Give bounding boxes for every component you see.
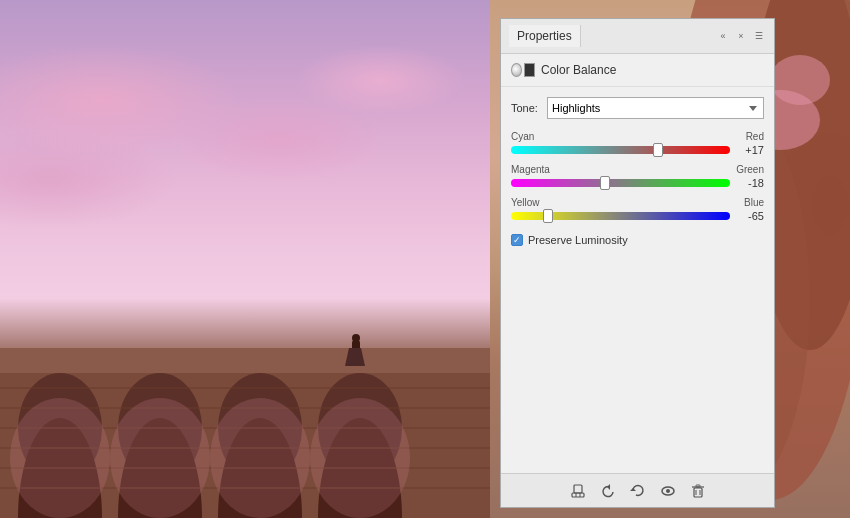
- eye-svg: [660, 483, 676, 499]
- reset-svg: [630, 483, 646, 499]
- check-icon: ✓: [513, 236, 521, 245]
- sliders-section: Cyan Red +17 Magenta Green: [511, 131, 764, 222]
- tone-row: Tone: Shadows Midtones Highlights: [511, 97, 764, 119]
- red-label: Red: [746, 131, 764, 142]
- magenta-green-thumb[interactable]: [600, 176, 610, 190]
- magenta-green-row: Magenta Green -18: [511, 164, 764, 189]
- color-balance-icon: [511, 62, 535, 78]
- panel-header: Properties « × ☰: [501, 19, 774, 54]
- svg-rect-37: [694, 488, 702, 497]
- magenta-green-labels: Magenta Green: [511, 164, 764, 175]
- clip-icon[interactable]: [569, 482, 587, 500]
- tone-label: Tone:: [511, 102, 541, 114]
- bg-clouds: [0, 20, 490, 320]
- svg-marker-34: [630, 488, 636, 491]
- menu-button[interactable]: ☰: [752, 29, 766, 43]
- collapse-panel-button[interactable]: «: [716, 29, 730, 43]
- yellow-blue-value: -65: [736, 210, 764, 222]
- magenta-label: Magenta: [511, 164, 550, 175]
- cyan-red-value: +17: [736, 144, 764, 156]
- icon-square: [524, 63, 535, 77]
- yellow-blue-row: Yellow Blue -65: [511, 197, 764, 222]
- svg-rect-41: [696, 485, 700, 487]
- reset-icon[interactable]: [629, 482, 647, 500]
- bridge-svg: [0, 318, 490, 518]
- cyan-red-labels: Cyan Red: [511, 131, 764, 142]
- trash-svg: [690, 483, 706, 499]
- color-balance-title: Color Balance: [541, 63, 616, 77]
- panel-content: Tone: Shadows Midtones Highlights Cyan R…: [501, 87, 774, 473]
- close-panel-button[interactable]: ×: [734, 29, 748, 43]
- preserve-luminosity-row: ✓ Preserve Luminosity: [511, 234, 764, 246]
- cyan-red-row: Cyan Red +17: [511, 131, 764, 156]
- cyan-label: Cyan: [511, 131, 534, 142]
- svg-rect-9: [0, 348, 490, 373]
- menu-icon: ☰: [755, 31, 763, 41]
- svg-rect-29: [572, 493, 584, 497]
- svg-rect-30: [574, 485, 582, 493]
- magenta-green-track-container: -18: [511, 177, 764, 189]
- properties-panel: Properties « × ☰ Color Balance Tone: Sha…: [500, 18, 775, 508]
- svg-point-18: [210, 398, 310, 518]
- magenta-green-value: -18: [736, 177, 764, 189]
- preserve-luminosity-label: Preserve Luminosity: [528, 234, 628, 246]
- blue-label: Blue: [744, 197, 764, 208]
- magenta-green-track[interactable]: [511, 179, 730, 187]
- arch-container: [0, 318, 490, 518]
- clip-svg: [570, 483, 586, 499]
- yellow-blue-track[interactable]: [511, 212, 730, 220]
- properties-tab[interactable]: Properties: [509, 25, 581, 47]
- cyan-red-thumb[interactable]: [653, 143, 663, 157]
- icon-circle: [511, 63, 522, 77]
- svg-point-22: [352, 334, 360, 342]
- yellow-label: Yellow: [511, 197, 540, 208]
- svg-point-36: [666, 489, 670, 493]
- previous-state-icon[interactable]: [599, 482, 617, 500]
- svg-point-16: [10, 398, 110, 518]
- panel-toolbar: [501, 473, 774, 507]
- svg-point-17: [110, 398, 210, 518]
- cyan-red-track[interactable]: [511, 146, 730, 154]
- svg-point-27: [770, 55, 830, 105]
- cyan-red-track-container: +17: [511, 144, 764, 156]
- color-balance-header: Color Balance: [501, 54, 774, 87]
- visibility-icon[interactable]: [659, 482, 677, 500]
- panel-controls: « × ☰: [716, 29, 766, 43]
- tone-select[interactable]: Shadows Midtones Highlights: [547, 97, 764, 119]
- preserve-luminosity-checkbox[interactable]: ✓: [511, 234, 523, 246]
- yellow-blue-labels: Yellow Blue: [511, 197, 764, 208]
- yellow-blue-thumb[interactable]: [543, 209, 553, 223]
- close-icon: ×: [738, 31, 743, 41]
- prev-svg: [600, 483, 616, 499]
- delete-icon[interactable]: [689, 482, 707, 500]
- collapse-icon: «: [720, 31, 725, 41]
- yellow-blue-track-container: -65: [511, 210, 764, 222]
- svg-marker-33: [607, 484, 610, 490]
- green-label: Green: [736, 164, 764, 175]
- svg-point-19: [310, 398, 410, 518]
